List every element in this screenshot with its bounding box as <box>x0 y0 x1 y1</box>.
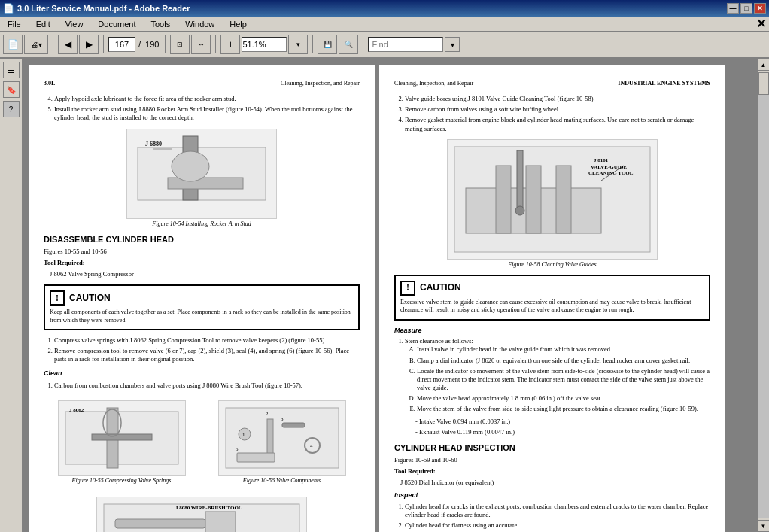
svg-text:J 8062: J 8062 <box>69 407 84 413</box>
measure-steps: Stem clearance as follows: Install valve… <box>405 337 710 436</box>
fig54-caption: Figure 10-54 Installing Rocker Arm Stud <box>44 220 360 228</box>
fit-width-button[interactable]: ↔ <box>191 35 211 54</box>
pdf-viewer[interactable]: 3.0L Cleaning, Inspection, and Repair Ap… <box>23 59 757 532</box>
back-button[interactable]: ◀ <box>58 35 78 54</box>
figure-10-54-img: J 6880 <box>126 129 277 219</box>
bookmark-icon[interactable]: 🔖 <box>3 81 20 98</box>
title-bar: 📄 3,0 Liter Service Manual.pdf - Adobe R… <box>0 0 769 17</box>
right-step-3: Remove carbon from valves using a soft w… <box>405 105 710 114</box>
fig54-label: J 6880 <box>145 141 162 147</box>
measure-step-1: Stem clearance as follows: Install valve… <box>405 337 710 436</box>
measure-sub-steps: Install valve in cylinder head in the va… <box>417 345 710 412</box>
page-number-input[interactable] <box>108 37 135 52</box>
svg-rect-23 <box>205 512 236 532</box>
save-tools: 💾 🔍 <box>318 35 358 54</box>
forward-button[interactable]: ▶ <box>79 35 99 54</box>
figure-10-55-img: J 8062 <box>58 400 186 476</box>
figure-10-54: J 6880 Figure 10-54 Installing Rocker Ar… <box>44 129 360 228</box>
clean-step-1: Carbon from combustion chambers and valv… <box>54 382 360 390</box>
separator-2 <box>103 35 104 53</box>
scroll-track[interactable] <box>758 72 769 518</box>
zoom-tool-button[interactable]: 🔍 <box>339 35 358 54</box>
figure-10-56-img: 1 2 3 4 5 <box>218 400 346 476</box>
page-total-label: 190 <box>144 40 160 49</box>
main-area: ☰ 🔖 ? 3.0L Cleaning, Inspection, and Rep… <box>0 59 769 532</box>
measure-d: Move the valve head approximately 1.8 mm… <box>417 394 710 403</box>
right-step-4: Remove gasket material from engine block… <box>405 116 710 132</box>
svg-rect-34 <box>496 166 511 233</box>
left-header-title: Cleaning, Inspection, and Repair <box>281 80 360 87</box>
menu-help[interactable]: Help <box>225 18 251 30</box>
find-dropdown[interactable]: ▾ <box>445 37 460 52</box>
right-header-section: Cleaning, Inspection, and Repair <box>394 80 473 87</box>
close-x-button[interactable]: ✕ <box>756 17 766 31</box>
svg-text:5: 5 <box>236 446 239 452</box>
svg-rect-22 <box>115 519 205 528</box>
pages-container: 3.0L Cleaning, Inspection, and Repair Ap… <box>29 65 751 532</box>
step-4: Apply hypoid axle lubricant to the force… <box>54 95 360 103</box>
right-steps-top: Valve guide bores using J 8101 Valve Gui… <box>405 95 710 132</box>
svg-text:2: 2 <box>266 411 269 417</box>
fit-page-button[interactable]: ⊡ <box>170 35 190 54</box>
right-scrollbar[interactable]: ▲ ▼ <box>757 59 769 532</box>
disassemble-step-2: Remove compression tool to remove valve … <box>54 347 360 363</box>
disassemble-steps: Compress valve springs with J 8062 Sprin… <box>54 336 360 363</box>
measure-e: Move the stem of the valve from side-to-… <box>417 405 710 413</box>
disassemble-title: DISASSEMBLE CYLINDER HEAD <box>44 234 360 245</box>
step-5: Install the rocker arm stud using J 8880… <box>54 105 360 122</box>
separator-6 <box>363 35 363 53</box>
page-nav: / 190 <box>108 37 160 52</box>
separator-3 <box>165 35 166 53</box>
tool-required-label: Tool Required: <box>44 259 360 267</box>
zoom-in-btn2[interactable]: ▾ <box>288 35 308 54</box>
disassemble-step-1: Compress valve springs with J 8062 Sprin… <box>54 336 360 345</box>
valve-specs: Intake Valve 0.094 mm (0.0037 in.) Exhau… <box>415 418 710 436</box>
menu-file[interactable]: File <box>3 18 26 30</box>
svg-text:4: 4 <box>310 443 313 449</box>
help-icon[interactable]: ? <box>3 101 20 117</box>
svg-text:1: 1 <box>242 432 245 438</box>
fig56-caption: Figure 10-56 Valve Components <box>204 477 360 485</box>
zoom-in-button[interactable]: + <box>220 35 240 54</box>
scroll-up-button[interactable]: ▲ <box>758 59 770 71</box>
svg-point-38 <box>515 206 524 215</box>
right-page: Cleaning, Inspection, and Repair INDUSTR… <box>379 65 725 532</box>
svg-text:J 8080 WIRE-BRUSH TOOL: J 8080 WIRE-BRUSH TOOL <box>175 505 242 511</box>
nav-tools: ◀ ▶ <box>58 35 99 54</box>
print-dropdown[interactable]: 🖨▾ <box>24 35 48 54</box>
scroll-thumb[interactable] <box>758 72 769 95</box>
find-input[interactable] <box>368 37 443 52</box>
left-page: 3.0L Cleaning, Inspection, and Repair Ap… <box>29 65 375 532</box>
svg-rect-36 <box>556 166 571 233</box>
menu-tools[interactable]: Tools <box>147 18 175 30</box>
menu-edit[interactable]: Edit <box>32 18 55 30</box>
menu-document[interactable]: Document <box>93 18 140 30</box>
caution-box-right: ! CAUTION Excessive valve stem-to-guide … <box>394 275 710 321</box>
zoom-input[interactable] <box>242 37 287 52</box>
right-page-header: Cleaning, Inspection, and Repair INDUSTR… <box>394 80 710 87</box>
figure-10-55: J 8062 Figure 10-55 Compressing Valve Sp… <box>44 400 199 485</box>
menu-view[interactable]: View <box>61 18 88 30</box>
menu-window[interactable]: Window <box>181 18 219 30</box>
window-title: 3,0 Liter Service Manual.pdf - Adobe Rea… <box>17 4 190 13</box>
hand-tool-icon[interactable]: ☰ <box>3 62 20 78</box>
new-button[interactable]: 📄 <box>3 35 23 54</box>
left-page-header: 3.0L Cleaning, Inspection, and Repair <box>44 80 360 87</box>
save-button[interactable]: 💾 <box>318 35 337 54</box>
rocker-arm-svg: J 6880 <box>130 132 273 215</box>
separator-1 <box>53 35 53 53</box>
minimize-button[interactable]: — <box>727 3 739 14</box>
inspect-step-1: Cylinder head for cracks in the exhaust … <box>405 503 710 519</box>
scroll-down-button[interactable]: ▼ <box>758 520 770 532</box>
figures-ref: Figures 10-55 and 10-56 <box>44 248 360 256</box>
figure-10-57: J 8080 WIRE-BRUSH TOOL <box>44 497 360 532</box>
caution-text-left: Keep all components of each valve togeth… <box>50 309 354 324</box>
clean-steps: Carbon from combustion chambers and valv… <box>54 382 360 390</box>
close-button[interactable]: ✕ <box>754 3 766 14</box>
view-tools: ⊡ ↔ <box>170 35 211 54</box>
maximize-button[interactable]: □ <box>740 3 752 14</box>
inspect-section-title: CYLINDER HEAD INSPECTION <box>394 442 710 453</box>
svg-point-3 <box>172 151 209 181</box>
svg-rect-2 <box>168 178 243 189</box>
svg-text:VALVE-GUIDE: VALVE-GUIDE <box>591 164 628 170</box>
